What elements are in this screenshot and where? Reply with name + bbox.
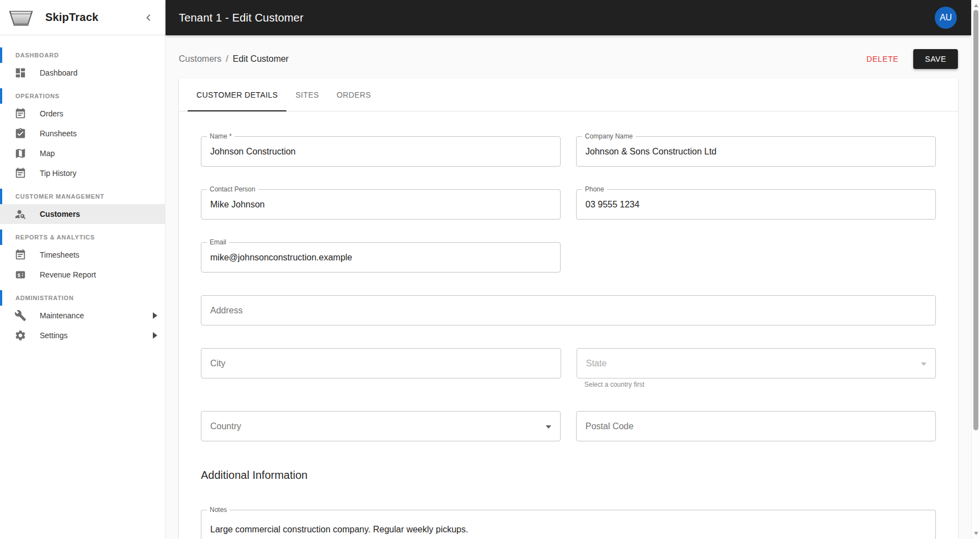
state-helper-text: Select a country first <box>584 381 936 388</box>
chevron-left-icon <box>142 11 155 24</box>
name-field[interactable]: Name * Johnson Construction <box>201 136 561 167</box>
phone-field-value: 03 9555 1234 <box>585 200 640 210</box>
app-root: SkipTrack DASHBOARD Dashboard OPERATIONS… <box>0 0 980 539</box>
postal-code-field-placeholder: Postal Code <box>585 421 633 431</box>
nav-section-dashboard: DASHBOARD Dashboard <box>0 47 165 83</box>
city-field[interactable]: City <box>201 348 561 378</box>
expand-arrow-icon <box>153 312 157 319</box>
company-name-field-value: Johnson & Sons Construction Ltd <box>585 147 716 157</box>
name-field-value: Johnson Construction <box>210 147 296 157</box>
customer-form: Name * Johnson Construction Company Name… <box>179 111 958 539</box>
app-name: SkipTrack <box>45 11 98 24</box>
sidebar-item-runsheets[interactable]: Runsheets <box>0 124 165 143</box>
expand-arrow-icon <box>153 332 157 339</box>
page-title: Tenant 1 - Edit Customer <box>179 12 303 24</box>
breadcrumb-current: Edit Customer <box>233 54 289 64</box>
phone-field-label: Phone <box>582 185 607 193</box>
country-select[interactable]: Country <box>201 411 561 441</box>
sidebar-item-timesheets[interactable]: Timesheets <box>0 245 165 265</box>
nav-section-operations: OPERATIONS Orders Runsheets Map Tip Hist… <box>0 88 165 183</box>
header-actions: DELETE SAVE <box>861 49 958 69</box>
page-scrollbar[interactable] <box>971 0 980 539</box>
city-field-placeholder: City <box>210 359 226 369</box>
phone-field[interactable]: Phone 03 9555 1234 <box>576 189 936 220</box>
sidebar-item-dashboard[interactable]: Dashboard <box>0 63 165 83</box>
section-header: DASHBOARD <box>0 47 165 63</box>
email-field[interactable]: Email mike@johnsonconstruction.example <box>201 242 561 273</box>
scroll-up-arrow-icon[interactable] <box>974 4 978 7</box>
sidebar-item-label: Map <box>40 149 55 158</box>
sidebar-item-tip-history[interactable]: Tip History <box>0 163 165 183</box>
skip-bin-logo-icon <box>8 7 34 29</box>
dashboard-icon <box>14 67 26 79</box>
tab-bar: CUSTOMER DETAILS SITES ORDERS <box>179 78 958 111</box>
delete-button[interactable]: DELETE <box>861 50 904 68</box>
sidebar-item-label: Runsheets <box>40 129 77 138</box>
contact-person-field[interactable]: Contact Person Mike Johnson <box>201 189 561 220</box>
sidebar: SkipTrack DASHBOARD Dashboard OPERATIONS… <box>0 0 166 539</box>
dropdown-arrow-icon <box>546 425 551 429</box>
sidebar-item-label: Dashboard <box>40 68 78 77</box>
state-select[interactable]: State <box>577 348 936 378</box>
sidebar-item-label: Settings <box>40 331 68 340</box>
additional-information-heading: Additional Information <box>201 467 936 483</box>
dropdown-arrow-icon <box>921 362 926 366</box>
sidebar-item-revenue-report[interactable]: Revenue Report <box>0 265 165 285</box>
sidebar-item-label: Tip History <box>40 169 76 178</box>
notes-field-value: Large commercial construction company. R… <box>210 525 468 535</box>
sidebar-header: SkipTrack <box>0 0 165 35</box>
page-content: Customers / Edit Customer DELETE SAVE CU… <box>166 35 971 539</box>
page-header: Customers / Edit Customer DELETE SAVE <box>179 48 958 70</box>
sidebar-item-label: Maintenance <box>40 311 84 320</box>
sidebar-item-label: Timesheets <box>40 250 79 259</box>
sidebar-item-orders[interactable]: Orders <box>0 104 165 124</box>
state-select-placeholder: State <box>586 359 606 369</box>
breadcrumb-separator: / <box>226 54 228 64</box>
section-header: REPORTS & ANALYTICS <box>0 230 165 245</box>
nav-section-administration: ADMINISTRATION Maintenance Settings <box>0 290 165 345</box>
tab-orders[interactable]: ORDERS <box>328 78 380 111</box>
sidebar-item-label: Orders <box>40 109 63 118</box>
gear-icon <box>14 329 26 341</box>
address-field-placeholder: Address <box>210 306 243 316</box>
wrench-icon <box>14 309 26 322</box>
email-field-label: Email <box>207 238 229 246</box>
event-note-icon <box>14 108 26 120</box>
save-button[interactable]: SAVE <box>913 49 958 69</box>
nav-section-customer-management: CUSTOMER MANAGEMENT Customers <box>0 189 165 224</box>
notes-field[interactable]: Notes Large commercial construction comp… <box>201 510 936 539</box>
notes-field-label: Notes <box>207 506 230 514</box>
breadcrumb-customers-link[interactable]: Customers <box>179 54 221 64</box>
company-name-field[interactable]: Company Name Johnson & Sons Construction… <box>576 136 936 167</box>
tab-sites[interactable]: SITES <box>286 78 327 111</box>
section-header: ADMINISTRATION <box>0 290 165 306</box>
contact-person-field-label: Contact Person <box>207 185 258 193</box>
state-field-group: State Select a country first <box>577 348 936 388</box>
sidebar-collapse-button[interactable] <box>142 11 155 24</box>
section-header: CUSTOMER MANAGEMENT <box>0 189 165 204</box>
appbar: Tenant 1 - Edit Customer AU <box>166 0 971 35</box>
main-area: Tenant 1 - Edit Customer AU Customers / … <box>166 0 971 539</box>
scrollbar-thumb[interactable] <box>973 10 978 430</box>
sidebar-nav: DASHBOARD Dashboard OPERATIONS Orders Ru… <box>0 35 165 351</box>
point-of-sale-icon <box>14 269 26 281</box>
sidebar-item-settings[interactable]: Settings <box>0 325 165 345</box>
map-icon <box>14 147 26 159</box>
address-field[interactable]: Address <box>201 295 936 325</box>
event-note-icon <box>14 249 26 261</box>
sidebar-item-map[interactable]: Map <box>0 143 165 163</box>
section-header: OPERATIONS <box>0 88 165 104</box>
country-select-placeholder: Country <box>210 421 241 431</box>
person-search-icon <box>14 208 26 220</box>
sidebar-item-label: Revenue Report <box>40 270 96 279</box>
sidebar-item-maintenance[interactable]: Maintenance <box>0 306 165 325</box>
postal-code-field[interactable]: Postal Code <box>576 411 936 441</box>
contact-person-field-value: Mike Johnson <box>210 200 265 210</box>
user-avatar[interactable]: AU <box>935 7 957 29</box>
scroll-down-arrow-icon[interactable] <box>974 532 978 535</box>
assignment-check-icon <box>14 127 26 140</box>
email-field-value: mike@johnsonconstruction.example <box>210 253 352 263</box>
sidebar-item-customers[interactable]: Customers <box>0 204 165 224</box>
tab-customer-details[interactable]: CUSTOMER DETAILS <box>188 78 286 111</box>
nav-section-reports: REPORTS & ANALYTICS Timesheets Revenue R… <box>0 230 165 285</box>
